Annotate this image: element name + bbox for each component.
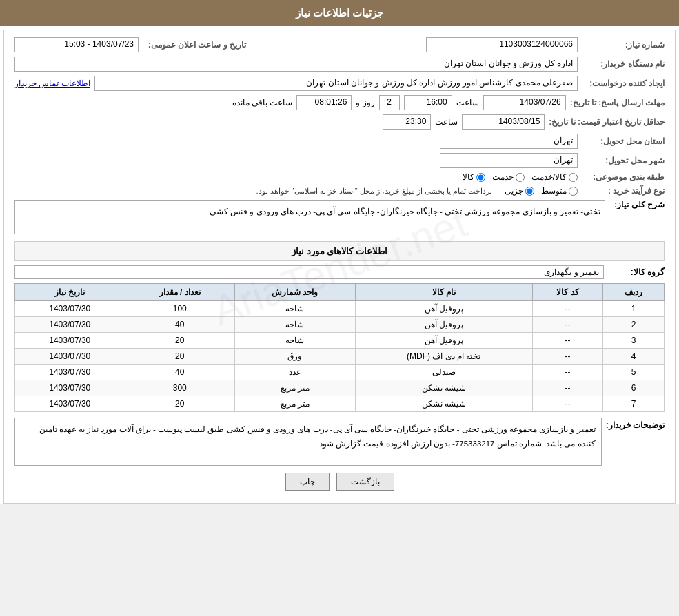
cell-code: -- <box>532 396 602 412</box>
process-jazei-radio[interactable] <box>525 187 534 196</box>
cell-name: پروفیل آهن <box>355 333 532 349</box>
category-row: طبقه بندی موضوعی: کالا/خدمت خدمت کالا <box>14 172 665 182</box>
group-label: گروه کالا: <box>609 267 665 277</box>
cell-name: پروفیل آهن <box>355 317 532 333</box>
print-button[interactable]: چاپ <box>285 473 330 491</box>
process-motoset-option[interactable]: متوسط <box>541 186 578 196</box>
cell-qty: 100 <box>125 301 234 317</box>
table-row: 3--پروفیل آهنشاخه201403/07/30 <box>15 333 665 349</box>
cell-qty: 40 <box>125 365 234 380</box>
deadline-label: مهلت ارسال پاسخ: تا تاریخ: <box>570 98 665 107</box>
deadline-remaining-suffix: ساعت باقی مانده <box>232 98 293 107</box>
goods-section-header: اطلاعات کالاهای مورد نیاز <box>14 241 665 261</box>
goods-section-title: اطلاعات کالاهای مورد نیاز <box>292 246 387 256</box>
cell-unit: شاخه <box>234 333 355 349</box>
deadline-time: 16:00 <box>404 95 452 110</box>
cell-id: 6 <box>603 380 665 396</box>
deadline-row: مهلت ارسال پاسخ: تا تاریخ: 1403/07/26 سا… <box>14 95 665 110</box>
cell-date: 1403/07/30 <box>15 301 125 317</box>
category-service-radio[interactable] <box>516 173 525 182</box>
cell-date: 1403/07/30 <box>15 380 125 396</box>
cell-id: 3 <box>603 333 665 349</box>
province-value: تهران <box>440 134 578 149</box>
cell-id: 1 <box>603 301 665 317</box>
process-note: پرداخت تمام یا بخشی از مبلغ خرید،از محل … <box>256 187 492 196</box>
province-row: استان محل تحویل: تهران <box>14 134 665 149</box>
process-jazei-option[interactable]: جزیی <box>505 186 534 196</box>
cell-unit: متر مربع <box>234 380 355 396</box>
category-service-option[interactable]: خدمت <box>492 172 525 182</box>
process-motoset-label: متوسط <box>541 186 567 196</box>
need-number-label: شماره نیاز: <box>582 40 665 50</box>
cell-code: -- <box>532 301 602 317</box>
page-wrapper: جزئیات اطلاعات نیاز AriaTender.net شماره… <box>0 0 679 504</box>
cell-qty: 300 <box>125 380 234 396</box>
main-content: AriaTender.net شماره نیاز: 1103003124000… <box>3 30 676 504</box>
process-row: نوع فرآیند خرید : متوسط جزیی پرداخت تمام… <box>14 186 665 196</box>
price-validity-row: حداقل تاریخ اعتبار قیمت: تا تاریخ: 1403/… <box>14 114 665 130</box>
col-qty: تعداد / مقدار <box>125 284 234 301</box>
cell-name: تخته ام دی اف (MDF) <box>355 349 532 365</box>
cell-date: 1403/07/30 <box>15 317 125 333</box>
table-row: 7--شیشه نشکنمتر مربع201403/07/30 <box>15 396 665 412</box>
cell-name: شیشه نشکن <box>355 380 532 396</box>
cell-qty: 20 <box>125 396 234 412</box>
category-options: کالا/خدمت خدمت کالا <box>463 172 578 182</box>
table-row: 5--صندلیعدد401403/07/30 <box>15 365 665 380</box>
cell-qty: 20 <box>125 333 234 349</box>
deadline-remaining-label: روز و <box>356 98 374 107</box>
creator-row: ایجاد کننده درخواست: صفرعلی محمدی کارشنا… <box>14 76 665 91</box>
cell-id: 2 <box>603 317 665 333</box>
deadline-days: 2 <box>379 95 400 110</box>
col-id: ردیف <box>603 284 665 301</box>
cell-unit: شاخه <box>234 301 355 317</box>
category-label: طبقه بندی موضوعی: <box>582 172 665 182</box>
category-kala-label: کالا <box>463 172 474 182</box>
back-button[interactable]: بازگشت <box>336 473 394 491</box>
cell-name: پروفیل آهن <box>355 301 532 317</box>
category-service-label: خدمت <box>492 172 514 182</box>
cell-id: 5 <box>603 365 665 380</box>
announcement-label: تاریخ و ساعت اعلان عمومی: <box>143 40 246 50</box>
buyer-notes-row: توضیحات خریدار: تعمیر و بازسازی مجموعه و… <box>14 418 665 466</box>
price-validity-time-label: ساعت <box>435 117 458 127</box>
city-label: شهر محل تحویل: <box>582 156 665 165</box>
buyer-name-value: اداره کل ورزش و جوانان استان تهران <box>14 57 578 72</box>
category-kala-service-radio[interactable] <box>569 173 578 182</box>
buyer-notes-text: تعمیر و بازسازی مجموعه ورزشی تختی - جایگ… <box>14 418 602 466</box>
cell-date: 1403/07/30 <box>15 333 125 349</box>
process-jazei-label: جزیی <box>505 186 523 196</box>
city-row: شهر محل تحویل: تهران <box>14 153 665 168</box>
deadline-date: 1403/07/26 <box>483 95 566 110</box>
cell-id: 7 <box>603 396 665 412</box>
category-kala-radio[interactable] <box>476 173 485 182</box>
cell-unit: ورق <box>234 349 355 365</box>
col-name: نام کالا <box>355 284 532 301</box>
buyer-notes-label: توضیحات خریدار: <box>606 418 665 430</box>
group-row: گروه کالا: تعمیر و نگهداری <box>14 265 665 279</box>
need-number-value: 1103003124000066 <box>426 37 578 52</box>
goods-table: ردیف کد کالا نام کالا واحد شمارش تعداد /… <box>14 283 665 412</box>
process-label: نوع فرآیند خرید : <box>582 186 665 196</box>
price-validity-date: 1403/08/15 <box>462 114 545 130</box>
category-kala-service-label: کالا/خدمت <box>531 172 567 182</box>
category-kala-option[interactable]: کالا <box>463 172 485 182</box>
buttons-row: بازگشت چاپ <box>14 473 665 491</box>
cell-code: -- <box>532 365 602 380</box>
cell-date: 1403/07/30 <box>15 349 125 365</box>
header-title: جزئیات اطلاعات نیاز <box>296 7 383 19</box>
creator-link[interactable]: اطلاعات تماس خریدار <box>14 79 90 88</box>
buyer-name-label: نام دستگاه خریدار: <box>582 59 665 69</box>
category-kala-service-option[interactable]: کالا/خدمت <box>531 172 578 182</box>
table-row: 6--شیشه نشکنمتر مربع3001403/07/30 <box>15 380 665 396</box>
cell-unit: عدد <box>234 365 355 380</box>
description-text: تختی- تعمیر و بازسازی مجموعه ورزشی تختی … <box>14 200 605 234</box>
creator-value: صفرعلی محمدی کارشناس امور ورزش اداره کل … <box>94 76 578 91</box>
deadline-time-label: ساعت <box>456 98 479 107</box>
process-options: متوسط جزیی پرداخت تمام یا بخشی از مبلغ خ… <box>256 186 578 196</box>
table-row: 4--تخته ام دی اف (MDF)ورق201403/07/30 <box>15 349 665 365</box>
cell-code: -- <box>532 317 602 333</box>
process-motoset-radio[interactable] <box>569 187 578 196</box>
cell-name: شیشه نشکن <box>355 396 532 412</box>
cell-unit: متر مربع <box>234 396 355 412</box>
